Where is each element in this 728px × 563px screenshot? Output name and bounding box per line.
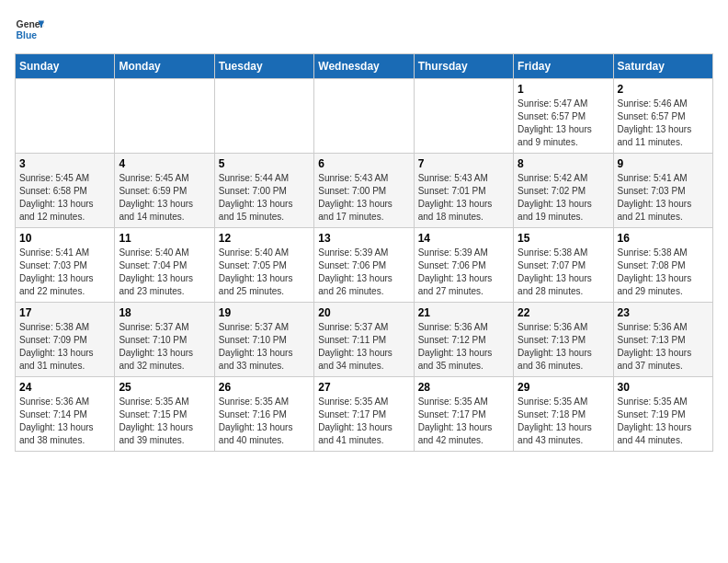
day-number: 4 (119, 157, 210, 170)
day-number: 17 (19, 306, 110, 319)
calendar-cell: 3Sunrise: 5:45 AM Sunset: 6:58 PM Daylig… (16, 154, 115, 228)
calendar-cell (115, 79, 214, 154)
day-number: 24 (19, 381, 110, 394)
calendar-cell: 14Sunrise: 5:39 AM Sunset: 7:06 PM Dayli… (414, 228, 513, 303)
day-info: Sunrise: 5:35 AM Sunset: 7:15 PM Dayligh… (119, 396, 210, 447)
calendar-cell: 6Sunrise: 5:43 AM Sunset: 7:00 PM Daylig… (314, 154, 414, 228)
calendar-week-5: 24Sunrise: 5:36 AM Sunset: 7:14 PM Dayli… (16, 377, 713, 452)
calendar-header-wednesday: Wednesday (314, 54, 414, 79)
calendar-cell: 16Sunrise: 5:38 AM Sunset: 7:08 PM Dayli… (613, 228, 712, 303)
day-info: Sunrise: 5:38 AM Sunset: 7:08 PM Dayligh… (618, 247, 709, 298)
day-number: 15 (518, 232, 609, 245)
calendar-cell: 20Sunrise: 5:37 AM Sunset: 7:11 PM Dayli… (314, 303, 414, 377)
day-number: 30 (618, 381, 709, 394)
day-info: Sunrise: 5:47 AM Sunset: 6:57 PM Dayligh… (518, 98, 609, 149)
calendar-cell: 5Sunrise: 5:44 AM Sunset: 7:00 PM Daylig… (214, 154, 313, 228)
day-number: 23 (618, 306, 709, 319)
calendar-header-monday: Monday (115, 54, 214, 79)
calendar-cell: 22Sunrise: 5:36 AM Sunset: 7:13 PM Dayli… (514, 303, 613, 377)
day-info: Sunrise: 5:41 AM Sunset: 7:03 PM Dayligh… (618, 172, 709, 224)
calendar-cell: 28Sunrise: 5:35 AM Sunset: 7:17 PM Dayli… (414, 377, 513, 452)
day-info: Sunrise: 5:38 AM Sunset: 7:09 PM Dayligh… (19, 321, 110, 373)
day-info: Sunrise: 5:37 AM Sunset: 7:11 PM Dayligh… (318, 321, 409, 373)
day-number: 12 (219, 232, 310, 245)
day-info: Sunrise: 5:45 AM Sunset: 6:59 PM Dayligh… (119, 172, 210, 224)
calendar-cell (314, 79, 414, 154)
calendar-cell: 27Sunrise: 5:35 AM Sunset: 7:17 PM Dayli… (314, 377, 414, 452)
day-number: 3 (19, 157, 110, 170)
calendar-cell: 2Sunrise: 5:46 AM Sunset: 6:57 PM Daylig… (613, 79, 712, 154)
day-number: 7 (418, 157, 509, 170)
day-number: 5 (219, 157, 310, 170)
day-info: Sunrise: 5:46 AM Sunset: 6:57 PM Dayligh… (618, 98, 709, 149)
day-number: 11 (119, 232, 210, 245)
day-number: 6 (318, 157, 409, 170)
calendar-cell: 11Sunrise: 5:40 AM Sunset: 7:04 PM Dayli… (115, 228, 214, 303)
calendar-week-4: 17Sunrise: 5:38 AM Sunset: 7:09 PM Dayli… (16, 303, 713, 377)
day-number: 28 (418, 381, 509, 394)
calendar-cell: 13Sunrise: 5:39 AM Sunset: 7:06 PM Dayli… (314, 228, 414, 303)
calendar-header-tuesday: Tuesday (214, 54, 313, 79)
day-info: Sunrise: 5:36 AM Sunset: 7:13 PM Dayligh… (618, 321, 709, 373)
day-number: 14 (418, 232, 509, 245)
calendar-cell: 17Sunrise: 5:38 AM Sunset: 7:09 PM Dayli… (16, 303, 115, 377)
day-info: Sunrise: 5:40 AM Sunset: 7:04 PM Dayligh… (119, 247, 210, 298)
calendar-cell: 26Sunrise: 5:35 AM Sunset: 7:16 PM Dayli… (214, 377, 313, 452)
calendar-cell: 30Sunrise: 5:35 AM Sunset: 7:19 PM Dayli… (613, 377, 712, 452)
calendar-header-saturday: Saturday (613, 54, 712, 79)
calendar-cell: 4Sunrise: 5:45 AM Sunset: 6:59 PM Daylig… (115, 154, 214, 228)
day-number: 27 (318, 381, 409, 394)
day-info: Sunrise: 5:35 AM Sunset: 7:16 PM Dayligh… (219, 396, 310, 447)
logo: General Blue (15, 15, 44, 44)
day-info: Sunrise: 5:37 AM Sunset: 7:10 PM Dayligh… (219, 321, 310, 373)
calendar-header-thursday: Thursday (414, 54, 513, 79)
day-number: 18 (119, 306, 210, 319)
day-number: 8 (518, 157, 609, 170)
day-number: 25 (119, 381, 210, 394)
calendar-table: SundayMondayTuesdayWednesdayThursdayFrid… (15, 53, 713, 452)
day-info: Sunrise: 5:35 AM Sunset: 7:17 PM Dayligh… (418, 396, 509, 447)
day-info: Sunrise: 5:35 AM Sunset: 7:17 PM Dayligh… (318, 396, 409, 447)
calendar-week-3: 10Sunrise: 5:41 AM Sunset: 7:03 PM Dayli… (16, 228, 713, 303)
calendar-header-sunday: Sunday (16, 54, 115, 79)
calendar-cell: 8Sunrise: 5:42 AM Sunset: 7:02 PM Daylig… (514, 154, 613, 228)
calendar-cell: 10Sunrise: 5:41 AM Sunset: 7:03 PM Dayli… (16, 228, 115, 303)
calendar-cell: 15Sunrise: 5:38 AM Sunset: 7:07 PM Dayli… (514, 228, 613, 303)
day-info: Sunrise: 5:37 AM Sunset: 7:10 PM Dayligh… (119, 321, 210, 373)
calendar-cell (16, 79, 115, 154)
day-info: Sunrise: 5:39 AM Sunset: 7:06 PM Dayligh… (418, 247, 509, 298)
calendar-cell: 9Sunrise: 5:41 AM Sunset: 7:03 PM Daylig… (613, 154, 712, 228)
svg-text:Blue: Blue (17, 30, 38, 40)
calendar-cell: 7Sunrise: 5:43 AM Sunset: 7:01 PM Daylig… (414, 154, 513, 228)
day-info: Sunrise: 5:35 AM Sunset: 7:18 PM Dayligh… (518, 396, 609, 447)
page-header: General Blue (15, 15, 713, 44)
day-number: 22 (518, 306, 609, 319)
calendar-cell: 1Sunrise: 5:47 AM Sunset: 6:57 PM Daylig… (514, 79, 613, 154)
day-info: Sunrise: 5:43 AM Sunset: 7:00 PM Dayligh… (318, 172, 409, 224)
day-info: Sunrise: 5:41 AM Sunset: 7:03 PM Dayligh… (19, 247, 110, 298)
calendar-cell: 21Sunrise: 5:36 AM Sunset: 7:12 PM Dayli… (414, 303, 513, 377)
day-number: 26 (219, 381, 310, 394)
calendar-cell (414, 79, 513, 154)
calendar-cell (214, 79, 313, 154)
calendar-cell: 12Sunrise: 5:40 AM Sunset: 7:05 PM Dayli… (214, 228, 313, 303)
calendar-cell: 29Sunrise: 5:35 AM Sunset: 7:18 PM Dayli… (514, 377, 613, 452)
day-info: Sunrise: 5:40 AM Sunset: 7:05 PM Dayligh… (219, 247, 310, 298)
calendar-week-1: 1Sunrise: 5:47 AM Sunset: 6:57 PM Daylig… (16, 79, 713, 154)
day-info: Sunrise: 5:36 AM Sunset: 7:13 PM Dayligh… (518, 321, 609, 373)
day-number: 16 (618, 232, 709, 245)
day-info: Sunrise: 5:36 AM Sunset: 7:12 PM Dayligh… (418, 321, 509, 373)
calendar-header-friday: Friday (514, 54, 613, 79)
day-info: Sunrise: 5:39 AM Sunset: 7:06 PM Dayligh… (318, 247, 409, 298)
day-number: 19 (219, 306, 310, 319)
calendar-cell: 24Sunrise: 5:36 AM Sunset: 7:14 PM Dayli… (16, 377, 115, 452)
day-number: 20 (318, 306, 409, 319)
day-info: Sunrise: 5:44 AM Sunset: 7:00 PM Dayligh… (219, 172, 310, 224)
calendar-week-2: 3Sunrise: 5:45 AM Sunset: 6:58 PM Daylig… (16, 154, 713, 228)
calendar-cell: 18Sunrise: 5:37 AM Sunset: 7:10 PM Dayli… (115, 303, 214, 377)
day-info: Sunrise: 5:43 AM Sunset: 7:01 PM Dayligh… (418, 172, 509, 224)
day-number: 1 (518, 83, 609, 96)
day-info: Sunrise: 5:35 AM Sunset: 7:19 PM Dayligh… (618, 396, 709, 447)
day-number: 9 (618, 157, 709, 170)
day-number: 21 (418, 306, 509, 319)
